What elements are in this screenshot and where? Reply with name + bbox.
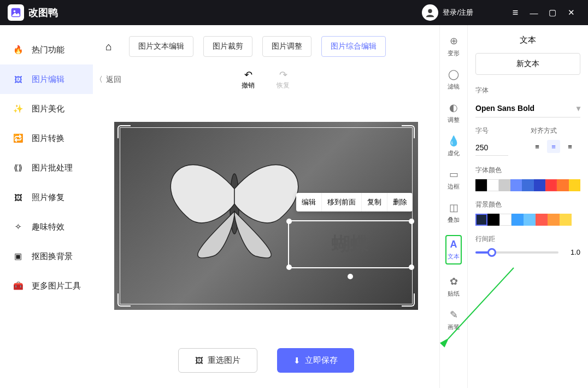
minimize-button[interactable]: — — [525, 8, 543, 17]
tool-brush[interactable]: ✎画笔 — [448, 309, 460, 331]
color-swatch[interactable] — [534, 179, 545, 191]
sidebar-item-batch[interactable]: ⟪⟫图片批处理 — [0, 153, 93, 183]
tool-border[interactable]: ▭边框 — [448, 168, 460, 191]
undo-button[interactable]: ↶撤销 — [242, 69, 255, 90]
menu-icon[interactable]: ≡ — [506, 7, 525, 19]
avatar-icon[interactable] — [422, 4, 438, 21]
tool-label: 文本 — [448, 253, 460, 260]
image-edit-icon: 🖼 — [12, 73, 24, 85]
toolbox-icon: 🧰 — [12, 280, 24, 292]
redo-icon: ↷ — [277, 69, 290, 81]
undo-label: 撤销 — [242, 81, 255, 89]
font-select[interactable]: Open Sans Bold▾ — [475, 99, 580, 117]
font-value: Open Sans Bold — [475, 104, 534, 113]
tool-sticker[interactable]: ✿贴纸 — [448, 275, 460, 298]
maximize-button[interactable]: ▢ — [543, 8, 562, 17]
sidebar-item-beautify[interactable]: ✨图片美化 — [0, 94, 93, 124]
sidebar: 🔥热门功能 🖼图片编辑 ✨图片美化 🔁图片转换 ⟪⟫图片批处理 🖼照片修复 ✧趣… — [0, 25, 93, 388]
reselect-label: 重选图片 — [208, 355, 240, 366]
tool-label: 贴纸 — [448, 290, 460, 297]
sidebar-item-label: 热门功能 — [32, 45, 64, 55]
sidebar-item-label: 图片美化 — [32, 104, 64, 114]
align-right[interactable]: ≡ — [563, 140, 577, 153]
tool-overlay[interactable]: ◫叠加 — [448, 202, 460, 224]
line-spacing-value: 1.0 — [563, 248, 580, 256]
redo-label: 恢复 — [277, 81, 290, 89]
align-center[interactable]: ≡ — [547, 140, 560, 153]
ctx-edit[interactable]: 编辑 — [296, 193, 322, 211]
sidebar-item-repair[interactable]: 🖼照片修复 — [0, 183, 93, 212]
canvas-frame — [120, 127, 413, 304]
login-link[interactable]: 登录/注册 — [443, 8, 473, 17]
svg-point-1 — [14, 10, 16, 13]
color-swatch[interactable] — [536, 214, 548, 226]
sidebar-item-hot[interactable]: 🔥热门功能 — [0, 35, 93, 64]
sidebar-item-fun[interactable]: ✧趣味特效 — [0, 212, 93, 242]
color-swatch[interactable] — [499, 179, 510, 191]
tool-label: 变形 — [448, 50, 460, 56]
bg-color-label: 背景颜色 — [475, 200, 580, 209]
titlebar: 改图鸭 登录/注册 ≡ — ▢ ✕ — [0, 0, 588, 25]
filter-icon: ◯ — [448, 68, 460, 80]
tab-adjust[interactable]: 图片调整 — [262, 36, 311, 57]
back-button[interactable]: 〈返回 — [95, 75, 121, 85]
color-swatch[interactable] — [475, 179, 487, 191]
sidebar-item-label: 抠图换背景 — [32, 251, 73, 262]
overlay-icon: ◫ — [448, 202, 460, 214]
home-icon[interactable]: ⌂ — [98, 40, 119, 53]
color-swatch[interactable] — [511, 214, 524, 226]
line-spacing-slider[interactable] — [475, 251, 558, 254]
tool-text[interactable]: A文本 — [445, 235, 462, 264]
font-label: 字体 — [475, 86, 580, 95]
reselect-button[interactable]: 🖼重选图片 — [178, 348, 257, 373]
color-swatch[interactable] — [487, 179, 498, 191]
panel-title: 文本 — [475, 27, 580, 53]
sidebar-item-cutout[interactable]: ▣抠图换背景 — [0, 242, 93, 271]
color-swatch[interactable] — [475, 214, 487, 226]
slider-thumb[interactable] — [487, 248, 496, 257]
tool-filter[interactable]: ◯滤镜 — [448, 68, 460, 91]
color-swatch[interactable] — [557, 179, 568, 191]
ctx-front[interactable]: 移到前面 — [322, 193, 362, 211]
new-text-button[interactable]: 新文本 — [475, 53, 580, 75]
ctx-delete[interactable]: 删除 — [387, 193, 413, 211]
redo-button[interactable]: ↷恢复 — [277, 69, 290, 90]
resize-handle[interactable] — [409, 219, 414, 224]
color-swatch[interactable] — [545, 179, 557, 191]
tool-blur[interactable]: 💧虚化 — [448, 135, 460, 157]
color-swatch[interactable] — [569, 179, 580, 191]
tool-transform[interactable]: ⊕变形 — [448, 35, 460, 57]
sidebar-item-edit[interactable]: 🖼图片编辑 — [0, 64, 93, 94]
resize-handle[interactable] — [286, 219, 292, 224]
resize-handle[interactable] — [286, 264, 292, 270]
color-swatch[interactable] — [524, 214, 536, 226]
canvas-text[interactable]: 蝴蝶 — [332, 232, 369, 257]
text-selection-box[interactable]: 蝴蝶 — [288, 220, 413, 268]
batch-icon: ⟪⟫ — [12, 162, 24, 174]
tool-label: 画笔 — [448, 324, 460, 330]
context-menu: 编辑 移到前面 复制 删除 — [296, 193, 413, 211]
align-left[interactable]: ≡ — [531, 140, 544, 153]
color-swatch[interactable] — [499, 214, 511, 226]
tool-adjust[interactable]: ◐调整 — [448, 102, 460, 124]
color-swatch[interactable] — [522, 179, 533, 191]
font-size-input[interactable] — [475, 140, 508, 156]
tab-text-edit[interactable]: 图片文本编辑 — [129, 36, 193, 57]
sidebar-item-convert[interactable]: 🔁图片转换 — [0, 124, 93, 153]
image-canvas[interactable]: 编辑 移到前面 复制 删除 蝴蝶 — [114, 122, 418, 310]
color-swatch[interactable] — [548, 214, 560, 226]
font-color-swatches — [475, 179, 580, 191]
save-button[interactable]: ⬇立即保存 — [277, 348, 354, 373]
ctx-copy[interactable]: 复制 — [362, 193, 387, 211]
tab-composite[interactable]: 图片综合编辑 — [321, 36, 386, 57]
tab-crop[interactable]: 图片裁剪 — [203, 36, 252, 57]
rotate-handle[interactable] — [348, 274, 353, 279]
magic-icon: ✧ — [12, 221, 24, 233]
close-button[interactable]: ✕ — [562, 8, 580, 17]
sidebar-item-more[interactable]: 🧰更多图片工具 — [0, 271, 93, 301]
corner-decoration — [402, 125, 415, 138]
color-swatch[interactable] — [560, 214, 572, 226]
color-swatch[interactable] — [510, 179, 522, 191]
resize-handle[interactable] — [409, 264, 414, 270]
color-swatch[interactable] — [487, 214, 499, 226]
